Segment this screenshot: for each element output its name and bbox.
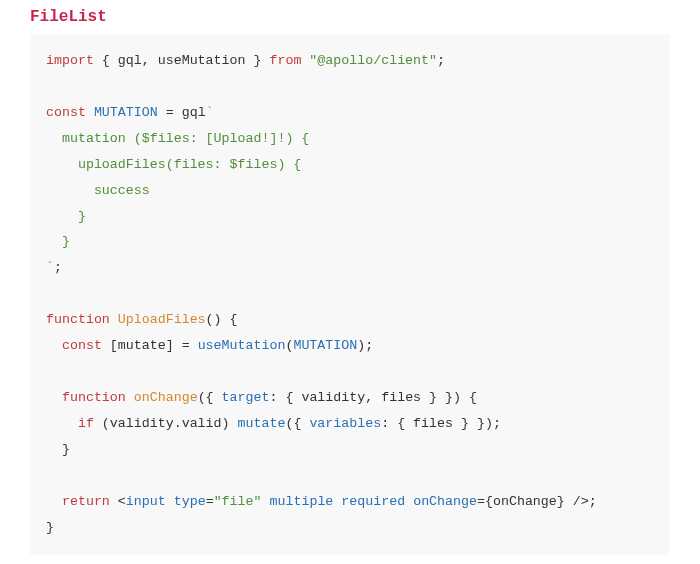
code-text	[46, 416, 78, 431]
code-text	[46, 494, 62, 509]
tmpl-line: }	[46, 209, 86, 224]
prop-target: target	[222, 390, 270, 405]
fn-usemutation: useMutation	[198, 338, 286, 353]
code-text: ({	[198, 390, 222, 405]
code-text: ;	[54, 260, 62, 275]
code-text: ={onChange} />;	[477, 494, 597, 509]
code-text: [mutate] =	[102, 338, 198, 353]
str-apollo: "@apollo/client"	[309, 53, 437, 68]
tmpl-line: uploadFiles(files: $files) {	[46, 157, 301, 172]
code-text: : { files } });	[381, 416, 501, 431]
code-text: ({	[285, 416, 309, 431]
code-text: }	[46, 520, 54, 535]
tmpl-line: mutation ($files: [Upload!]!) {	[46, 131, 309, 146]
str-file: "file"	[214, 494, 262, 509]
code-text	[262, 494, 270, 509]
code-text	[86, 105, 94, 120]
kw-const: const	[46, 105, 86, 120]
code-text	[46, 338, 62, 353]
code-text: }	[46, 442, 70, 457]
fn-uploadfiles: UploadFiles	[118, 312, 206, 327]
name-mutation: MUTATION	[94, 105, 158, 120]
tmpl-line: success	[46, 183, 150, 198]
code-text	[405, 494, 413, 509]
attr-type: type	[174, 494, 206, 509]
code-block: import { gql, useMutation } from "@apoll…	[30, 34, 670, 555]
kw-function: function	[46, 312, 110, 327]
code-text: );	[357, 338, 373, 353]
kw-const: const	[62, 338, 102, 353]
code-text	[126, 390, 134, 405]
code-text: =	[206, 494, 214, 509]
tmpl-end: `	[46, 260, 54, 275]
code-text: <	[110, 494, 126, 509]
kw-if: if	[78, 416, 94, 431]
prop-variables: variables	[309, 416, 381, 431]
code-text: (validity.valid)	[94, 416, 238, 431]
code-text: = gql	[158, 105, 206, 120]
code-text	[110, 312, 118, 327]
document-container: FileList import { gql, useMutation } fro…	[0, 0, 700, 564]
kw-from: from	[269, 53, 301, 68]
name-mutation: MUTATION	[293, 338, 357, 353]
attr-multiple: multiple	[270, 494, 334, 509]
code-text: : { validity, files } }) {	[269, 390, 476, 405]
tmpl-start: `	[206, 105, 214, 120]
kw-return: return	[62, 494, 110, 509]
fn-onchange: onChange	[134, 390, 198, 405]
jsx-input: input	[126, 494, 166, 509]
kw-import: import	[46, 53, 94, 68]
code-text: { gql, useMutation }	[94, 53, 270, 68]
kw-function: function	[62, 390, 126, 405]
fn-mutate: mutate	[238, 416, 286, 431]
code-text: ;	[437, 53, 445, 68]
code-title: FileList	[30, 8, 670, 26]
code-text: () {	[206, 312, 238, 327]
code-text	[46, 390, 62, 405]
code-text	[166, 494, 174, 509]
attr-required: required	[341, 494, 405, 509]
attr-onchange: onChange	[413, 494, 477, 509]
tmpl-line: }	[46, 234, 70, 249]
